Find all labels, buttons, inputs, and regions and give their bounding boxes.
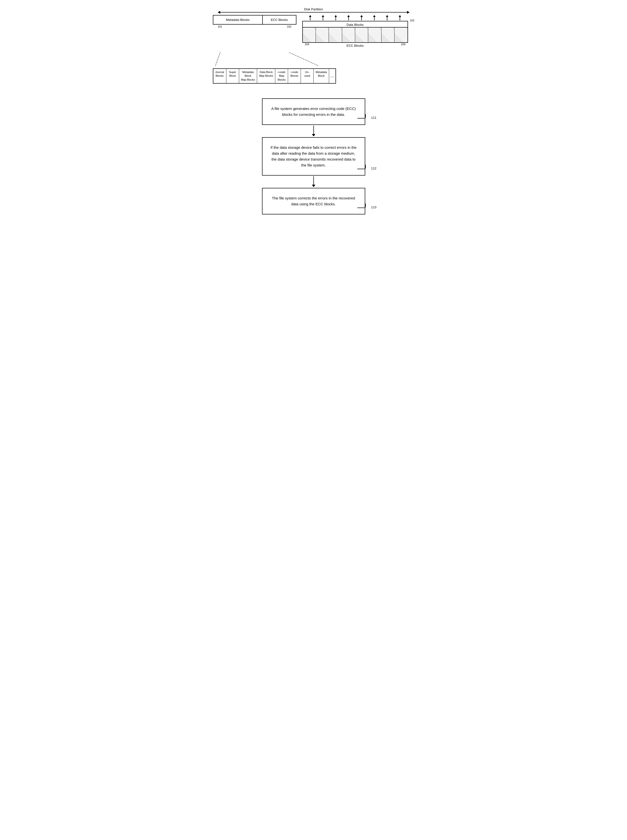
ecc-section: ECC Blocks [263, 16, 296, 24]
flowchart: A file system generates error correcting… [213, 98, 414, 215]
flow-box-3-text: The file system corrects the errors in t… [272, 196, 355, 206]
partition-row: Metadata Blocks ECC Blocks 101 102 [213, 15, 414, 47]
disk-partition-arrow [213, 12, 414, 13]
flow-ref-1: 111 [371, 115, 377, 120]
ref-101: 101 [218, 25, 222, 28]
hatch-4 [342, 28, 355, 42]
data-blocks-text: Data Blocks [347, 23, 364, 27]
flow-ref-curve-2 [358, 165, 366, 169]
flow-arrow-2 [312, 175, 315, 188]
detail-block-metadata: Metadata Block [314, 69, 329, 83]
flow-ref-curve-3 [358, 204, 366, 208]
hatch-5 [355, 28, 368, 42]
detail-block-dots: … [329, 69, 336, 83]
ref-102: 102 [287, 25, 291, 28]
up-arrow-3 [334, 15, 337, 21]
flow-arrow-1-head [312, 134, 315, 136]
detail-block-unused: Un- used [301, 69, 314, 83]
data-blocks-inner [303, 28, 408, 42]
disk-partition-label: Disk Partition [213, 7, 414, 11]
up-arrow-7 [386, 15, 388, 21]
ref-104-right: 104 [401, 43, 405, 47]
up-arrow-4 [347, 15, 350, 21]
flow-arrow-1-line [314, 126, 314, 134]
detail-block-metadata-map: Metadata Block Map Blocks [239, 69, 257, 83]
connector-svg [213, 52, 360, 66]
hatch-7 [381, 28, 394, 42]
data-blocks-outer: Data Blocks 103 [302, 21, 408, 43]
disk-partition-text: Disk Partition [304, 7, 323, 11]
detail-blocks-row: Journal Blocks Super Block Metadata Bloc… [213, 68, 336, 84]
flow-box-2: If the data storage device fails to corr… [262, 137, 365, 175]
top-diagram: Disk Partition Metadata Blocks ECC Block… [213, 7, 414, 84]
up-arrow-1 [309, 15, 311, 21]
dotted-connectors [213, 52, 360, 66]
ecc-below-label: ECC Blocks [347, 44, 364, 47]
svg-line-1 [289, 52, 318, 66]
up-arrow-6 [373, 15, 376, 21]
flow-box-2-text: If the data storage device fails to corr… [270, 145, 356, 167]
flow-ref-3: 113 [371, 205, 377, 210]
dp-arrow-line [218, 12, 410, 13]
flow-box-3: The file system corrects the errors in t… [262, 188, 365, 215]
flow-arrow-2-head [312, 185, 315, 187]
up-arrow-5 [360, 15, 363, 21]
flow-ref-curve-1 [358, 114, 366, 118]
flow-ref-2: 112 [371, 166, 377, 171]
ecc-ref-row: 104 ECC Blocks 104 [302, 43, 408, 47]
up-arrow-2 [322, 15, 324, 21]
metadata-section: Metadata Blocks [213, 16, 263, 24]
hatch-1 [303, 28, 316, 42]
flow-box-1: A file system generates error correcting… [262, 98, 365, 125]
ecc-blocks-label: ECC Blocks [271, 18, 288, 22]
detail-block-super: Super Block [226, 69, 239, 83]
metadata-blocks-label: Metadata Blocks [226, 18, 249, 22]
detail-block-inode-map: i-node Map Blocks [275, 69, 288, 83]
hatch-6 [368, 28, 381, 42]
ref-104-left: 104 [305, 43, 309, 47]
flow-box-1-text: A file system generates error correcting… [271, 106, 356, 117]
flow-arrow-2-line [314, 176, 314, 185]
hatch-8 [394, 28, 407, 42]
svg-line-0 [215, 52, 220, 66]
flow-arrow-1 [312, 125, 315, 137]
hatch-2 [316, 28, 329, 42]
detail-block-inode: i-node Blocks [288, 69, 301, 83]
data-blocks-label: Data Blocks [303, 21, 408, 28]
hatch-3 [329, 28, 342, 42]
ref-103: 103 [410, 19, 414, 22]
detail-block-datablock-map: Data Block Map Blocks [257, 69, 275, 83]
up-arrow-8 [399, 15, 401, 21]
data-blocks-arrows [302, 15, 408, 21]
detail-block-journal: Journal Blocks [213, 69, 226, 83]
metadata-ecc-box: Metadata Blocks ECC Blocks [213, 15, 296, 25]
